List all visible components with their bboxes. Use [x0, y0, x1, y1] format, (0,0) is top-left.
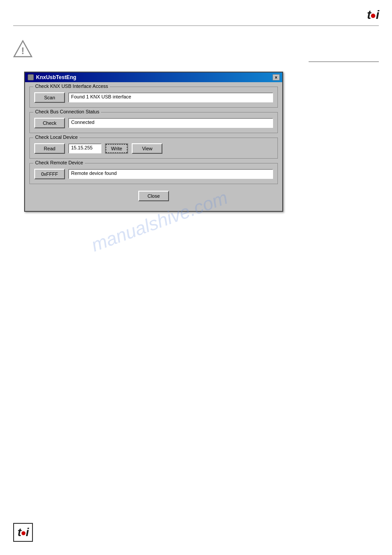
dialog-titlebar: KnxUsbTestEng ×: [25, 73, 282, 82]
knx-usb-label: Check KNX USB Interface Access: [33, 83, 110, 89]
dialog-window: KnxUsbTestEng × Check KNX USB Interface …: [24, 72, 283, 212]
view-button[interactable]: View: [132, 143, 162, 154]
title-icon: [28, 74, 34, 80]
remote-device-group: Check Remote Device 0xFFFF Remote device…: [29, 163, 278, 184]
remote-device-label: Check Remote Device: [33, 160, 85, 165]
bus-connection-label: Check Bus Connection Status: [33, 109, 101, 114]
logo-box: ti: [13, 523, 33, 542]
dialog-footer: Close: [29, 189, 278, 207]
address-button[interactable]: 0xFFFF: [34, 169, 65, 179]
read-button[interactable]: Read: [34, 143, 65, 154]
bus-connection-row: Check Connected: [34, 118, 273, 128]
top-header: ti: [0, 0, 392, 22]
dialog-body: Check KNX USB Interface Access Scan Foun…: [25, 82, 282, 211]
remote-device-row: 0xFFFF Remote device found: [34, 169, 273, 179]
warning-area: !: [0, 26, 392, 63]
remote-result: Remote device found: [68, 169, 273, 179]
knx-usb-group: Check KNX USB Interface Access Scan Foun…: [29, 87, 278, 108]
write-button[interactable]: Write: [105, 143, 128, 154]
local-address: 15.15.255: [68, 144, 101, 153]
close-button[interactable]: Close: [138, 191, 169, 201]
scan-result: Found 1 KNX USB interface: [68, 93, 273, 102]
dialog-container: KnxUsbTestEng × Check KNX USB Interface …: [24, 72, 283, 212]
bus-connection-group: Check Bus Connection Status Check Connec…: [29, 112, 278, 133]
local-device-row: Read 15.15.255 Write View: [34, 143, 273, 154]
logo-top: ti: [367, 8, 379, 22]
section-line: [309, 62, 379, 62]
check-button[interactable]: Check: [34, 118, 65, 128]
bus-result: Connected: [68, 118, 273, 128]
bottom-logo-area: ti: [13, 523, 33, 542]
knx-usb-row: Scan Found 1 KNX USB interface: [34, 92, 273, 103]
dialog-title-left: KnxUsbTestEng: [28, 74, 76, 80]
warning-icon: !: [13, 39, 32, 58]
local-device-group: Check Local Device Read 15.15.255 Write …: [29, 138, 278, 159]
dialog-title: KnxUsbTestEng: [36, 74, 76, 80]
logo-bottom: ti: [18, 526, 29, 539]
local-device-label: Check Local Device: [33, 134, 79, 140]
close-window-button[interactable]: ×: [273, 74, 280, 80]
svg-text:!: !: [21, 45, 24, 56]
scan-button[interactable]: Scan: [34, 92, 65, 103]
